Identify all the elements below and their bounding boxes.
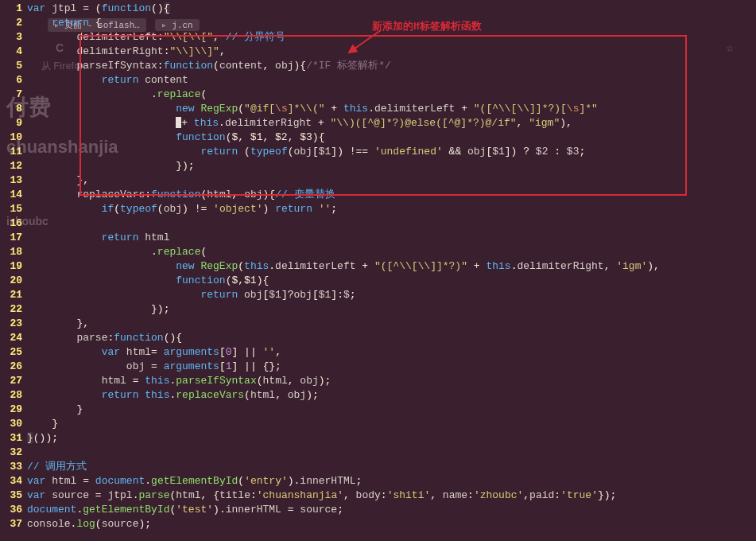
code-line: 25 var html= arguments[0] || '', xyxy=(0,345,756,360)
code-line: 32 xyxy=(0,446,756,460)
line-number: 33 xyxy=(0,460,27,474)
code-content[interactable]: new RegExp(this.delimiterLeft + "([^\\[\… xyxy=(27,259,756,274)
line-number: 31 xyxy=(0,431,27,446)
code-content[interactable]: return content xyxy=(27,73,756,88)
line-number: 2 xyxy=(0,16,27,30)
svg-line-0 xyxy=(349,30,381,53)
code-line: 16 xyxy=(0,216,756,231)
code-content[interactable]: obj = arguments[1] || {}; xyxy=(27,360,756,374)
code-line: 26 obj = arguments[1] || {}; xyxy=(0,360,756,374)
line-number: 3 xyxy=(0,30,27,45)
line-number: 22 xyxy=(0,302,27,317)
line-number: 23 xyxy=(0,317,27,331)
line-number: 19 xyxy=(0,259,27,274)
code-content[interactable]: }); xyxy=(27,302,756,317)
line-number: 4 xyxy=(0,45,27,59)
code-content[interactable]: new RegExp("@if[\s]*\\(" + this.delimite… xyxy=(27,102,756,116)
code-line: 37console.log(source); xyxy=(0,517,756,531)
line-number: 30 xyxy=(0,417,27,431)
line-number: 25 xyxy=(0,345,27,360)
line-number: 10 xyxy=(0,130,27,145)
code-content[interactable]: var source = jtpl.parse(html, {title:'ch… xyxy=(27,488,756,503)
code-content[interactable]: return this.replaceVars(html, obj); xyxy=(27,388,756,403)
code-content[interactable]: return html xyxy=(27,231,756,245)
code-line: 9 + this.delimiterRight + "\\)([^@]*?)@e… xyxy=(0,116,756,130)
code-line: 7 .replace( xyxy=(0,88,756,102)
line-number: 7 xyxy=(0,88,27,102)
code-content[interactable]: replaceVars:function(html, obj){// 变量替换 xyxy=(27,188,756,202)
code-line: 33// 调用方式 xyxy=(0,460,756,474)
line-number: 32 xyxy=(0,446,27,460)
code-line: 13 }, xyxy=(0,173,756,188)
code-content[interactable]: .replace( xyxy=(27,88,756,102)
line-number: 1 xyxy=(0,2,27,16)
line-number: 11 xyxy=(0,145,27,159)
code-line: 1var jtpl = (function(){ xyxy=(0,2,756,16)
code-content[interactable] xyxy=(27,446,756,460)
line-number: 29 xyxy=(0,403,27,417)
code-content[interactable]: function($, $1, $2, $3){ xyxy=(27,130,756,145)
code-content[interactable]: }()); xyxy=(27,431,756,446)
code-line: 30 } xyxy=(0,417,756,431)
code-line: 23 }, xyxy=(0,317,756,331)
code-content[interactable]: var jtpl = (function(){ xyxy=(27,2,756,16)
code-line: 11 return (typeof(obj[$1]) !== 'undefine… xyxy=(0,145,756,159)
line-number: 24 xyxy=(0,331,27,345)
code-line: 24 parse:function(){ xyxy=(0,331,756,345)
code-content[interactable]: .replace( xyxy=(27,245,756,259)
line-number: 5 xyxy=(0,59,27,73)
code-content[interactable]: return (typeof(obj[$1]) !== 'undefined' … xyxy=(27,145,756,159)
code-line: 14 replaceVars:function(html, obj){// 变量… xyxy=(0,188,756,202)
code-content[interactable]: return obj[$1]?obj[$1]:$; xyxy=(27,288,756,302)
code-content[interactable]: // 调用方式 xyxy=(27,460,756,474)
code-line: 21 return obj[$1]?obj[$1]:$; xyxy=(0,288,756,302)
line-number: 34 xyxy=(0,474,27,488)
code-line: 8 new RegExp("@if[\s]*\\(" + this.delimi… xyxy=(0,102,756,116)
code-line: 28 return this.replaceVars(html, obj); xyxy=(0,388,756,403)
code-line: 19 new RegExp(this.delimiterLeft + "([^\… xyxy=(0,259,756,274)
line-number: 21 xyxy=(0,288,27,302)
code-content[interactable]: + this.delimiterRight + "\\)([^@]*?)@els… xyxy=(27,116,756,130)
code-line: 6 return content xyxy=(0,73,756,88)
code-content[interactable]: parse:function(){ xyxy=(27,331,756,345)
code-line: 5 parseIfSyntax:function(content, obj){/… xyxy=(0,59,756,73)
line-number: 17 xyxy=(0,231,27,245)
line-number: 27 xyxy=(0,374,27,388)
annotation-label: 新添加的If标签解析函数 xyxy=(372,19,482,33)
code-line: 12 }); xyxy=(0,159,756,173)
code-line: 20 function($,$1){ xyxy=(0,274,756,288)
code-line: 22 }); xyxy=(0,302,756,317)
code-content[interactable]: var html= arguments[0] || '', xyxy=(27,345,756,360)
line-number: 12 xyxy=(0,159,27,173)
code-line: 17 return html xyxy=(0,231,756,245)
code-line: 10 function($, $1, $2, $3){ xyxy=(0,130,756,145)
code-line: 31}()); xyxy=(0,431,756,446)
code-content[interactable]: html = this.parseIfSyntax(html, obj); xyxy=(27,374,756,388)
line-number: 8 xyxy=(0,102,27,116)
code-content[interactable]: if(typeof(obj) != 'object') return ''; xyxy=(27,202,756,216)
code-content[interactable]: delimiterRight:"\\]\\]", xyxy=(27,45,756,59)
line-number: 36 xyxy=(0,503,27,517)
code-editor[interactable]: 1var jtpl = (function(){ 2 return { 3 de… xyxy=(0,0,756,531)
code-line: 34var html = document.getElementById('en… xyxy=(0,474,756,488)
code-content[interactable]: }, xyxy=(27,173,756,188)
code-content[interactable] xyxy=(27,216,756,231)
line-number: 13 xyxy=(0,173,27,188)
line-number: 37 xyxy=(0,517,27,531)
code-content[interactable]: } xyxy=(27,417,756,431)
line-number: 16 xyxy=(0,216,27,231)
line-number: 20 xyxy=(0,274,27,288)
code-line: 27 html = this.parseIfSyntax(html, obj); xyxy=(0,374,756,388)
code-line: 15 if(typeof(obj) != 'object') return ''… xyxy=(0,202,756,216)
code-content[interactable]: }, xyxy=(27,317,756,331)
line-number: 18 xyxy=(0,245,27,259)
code-content[interactable]: document.getElementById('test').innerHTM… xyxy=(27,503,756,517)
code-content[interactable]: function($,$1){ xyxy=(27,274,756,288)
line-number: 14 xyxy=(0,188,27,202)
code-content[interactable]: } xyxy=(27,403,756,417)
code-content[interactable]: }); xyxy=(27,159,756,173)
line-number: 15 xyxy=(0,202,27,216)
code-content[interactable]: var html = document.getElementById('entr… xyxy=(27,474,756,488)
code-content[interactable]: console.log(source); xyxy=(27,517,756,531)
code-content[interactable]: parseIfSyntax:function(content, obj){/*I… xyxy=(27,59,756,73)
